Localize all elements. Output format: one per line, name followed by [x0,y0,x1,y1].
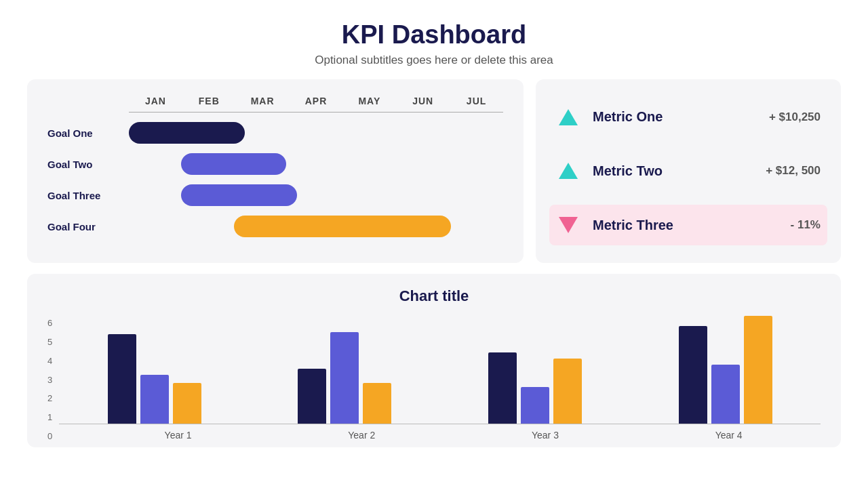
bars-container [59,316,821,424]
metric-row: Metric Three- 11% [549,205,827,245]
gantt-panel: JANFEBMARAPRMAYJUNJUL Goal OneGoal TwoGo… [27,79,524,263]
x-axis-label: Year 1 [86,430,270,441]
metric-row: Metric One+ $10,250 [549,97,827,138]
gantt-month-label: MAY [342,96,396,106]
y-axis-label: 2 [47,394,52,403]
y-axis: 0123456 [47,319,59,441]
chart-bar [140,375,169,424]
metrics-panel: Metric One+ $10,250Metric Two+ $12, 500M… [536,79,841,263]
triangle-up-icon [556,159,580,183]
gantt-goal-label: Goal Two [47,159,129,170]
x-axis-label: Year 3 [454,430,637,441]
gantt-goal-label: Goal One [47,127,129,139]
chart-title: Chart title [47,287,821,305]
chart-panel: Chart title 0123456 Year 1Year 2Year 3Ye… [27,274,841,447]
chart-bar [330,332,359,424]
gantt-row: Goal Four [47,216,503,237]
page-subtitle: Optional subtitles goes here or delete t… [0,54,868,67]
metric-name: Metric Two [593,163,766,179]
y-axis-label: 3 [47,375,52,384]
x-axis-label: Year 4 [637,430,821,441]
metric-value: + $10,250 [769,110,821,124]
gantt-rows: Goal OneGoal TwoGoal ThreeGoal Four [47,122,503,237]
gantt-month-label: MAR [236,96,290,106]
year-group [250,332,440,424]
chart-bar [553,359,582,424]
gantt-month-label: JAN [129,96,182,106]
gantt-bar [129,122,245,144]
metric-name: Metric One [593,109,769,125]
gantt-month-label: FEB [182,96,236,106]
y-axis-label: 4 [47,357,52,365]
metric-value: - 11% [791,218,821,232]
chart-bar [298,369,326,424]
gantt-bar [181,153,286,175]
y-axis-label: 0 [47,432,52,441]
metric-value: + $12, 500 [766,164,821,178]
gantt-bar-area [129,153,503,175]
chart-bar [173,383,201,424]
chart-bar [363,383,391,424]
chart-bar [488,352,517,424]
gantt-row: Goal One [47,122,503,144]
gantt-goal-label: Goal Three [47,190,129,201]
chart-area: 0123456 Year 1Year 2Year 3Year 4 [47,316,821,441]
x-axis-label: Year 2 [270,430,454,441]
gantt-bar-area [129,184,503,206]
page-title: KPI Dashboard [0,20,868,49]
year-group [440,352,631,424]
gantt-bar [181,184,297,206]
gantt-bar-area [129,216,503,237]
y-axis-label: 1 [47,413,52,422]
gantt-month-label: JUN [396,96,450,106]
metric-row: Metric Two+ $12, 500 [549,150,827,191]
gantt-months: JANFEBMARAPRMAYJUNJUL [129,96,503,113]
chart-bar [679,326,707,424]
triangle-down-icon [556,213,580,237]
chart-bar [744,316,772,424]
y-axis-label: 6 [47,319,52,327]
metric-name: Metric Three [593,218,791,233]
year-group [59,334,250,424]
gantt-month-label: APR [290,96,343,106]
gantt-bar [234,216,451,237]
y-axis-label: 5 [47,338,52,346]
chart-bar [108,334,136,424]
year-group [630,316,821,424]
x-labels: Year 1Year 2Year 3Year 4 [86,430,821,441]
chart-bar [711,365,740,424]
gantt-month-label: JUL [450,96,503,106]
triangle-up-icon [556,105,580,129]
header: KPI Dashboard Optional subtitles goes he… [0,0,868,79]
gantt-bar-area [129,122,503,144]
gantt-goal-label: Goal Four [47,221,129,232]
gantt-row: Goal Two [47,153,503,175]
gantt-row: Goal Three [47,184,503,206]
dashboard-top: JANFEBMARAPRMAYJUNJUL Goal OneGoal TwoGo… [0,79,868,263]
chart-bar [521,387,549,424]
